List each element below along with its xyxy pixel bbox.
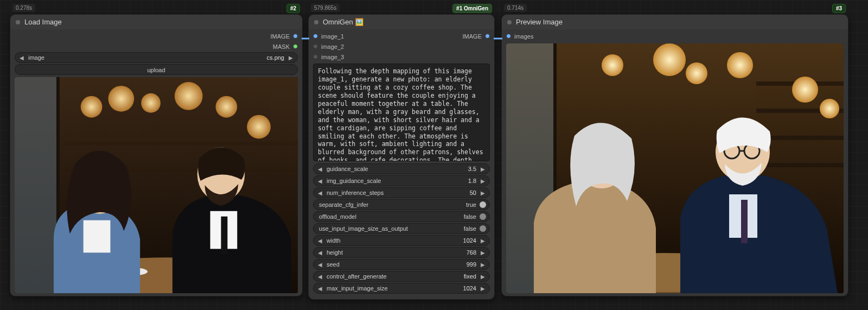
svg-point-7 bbox=[141, 93, 161, 113]
node-time-badge: 0.714s bbox=[504, 4, 527, 12]
chevron-left-icon[interactable]: ◀ bbox=[17, 55, 26, 61]
param-max_input_image_size[interactable]: ◀max_input_image_size1024▶ bbox=[313, 283, 490, 294]
chevron-right-icon[interactable]: ▶ bbox=[478, 250, 487, 256]
output-port-image[interactable]: IMAGE bbox=[269, 31, 300, 41]
node-id-badge: #1 OmniGen bbox=[452, 4, 492, 13]
svg-rect-1 bbox=[15, 77, 59, 293]
svg-point-10 bbox=[247, 115, 271, 139]
chevron-left-icon[interactable]: ◀ bbox=[316, 274, 324, 280]
svg-rect-3 bbox=[65, 142, 298, 145]
input-port-image-3[interactable]: image_3 bbox=[311, 52, 346, 61]
svg-rect-43 bbox=[741, 200, 748, 243]
svg-point-32 bbox=[727, 52, 753, 78]
node-time-badge: 579.865s bbox=[311, 4, 340, 12]
chevron-left-icon[interactable]: ◀ bbox=[316, 166, 324, 172]
input-port-images[interactable]: images bbox=[504, 31, 535, 41]
node-omnigen[interactable]: 579.865s #1 OmniGen OmniGen 🖼️ image_1 i… bbox=[308, 14, 495, 300]
output-image-preview[interactable] bbox=[506, 43, 844, 293]
chevron-left-icon[interactable]: ◀ bbox=[316, 286, 324, 292]
svg-rect-28 bbox=[756, 163, 844, 167]
param-height[interactable]: ◀height768▶ bbox=[313, 247, 490, 258]
param-guidance_scale[interactable]: ◀guidance_scale3.5▶ bbox=[313, 163, 490, 174]
param-use_input_image_size_as_output[interactable]: use_input_image_size_as_outputfalse bbox=[313, 223, 490, 234]
node-title: Load Image bbox=[24, 18, 62, 26]
chevron-right-icon[interactable]: ▶ bbox=[478, 262, 487, 268]
node-header[interactable]: Load Image bbox=[10, 15, 302, 29]
chevron-left-icon[interactable]: ◀ bbox=[316, 262, 324, 268]
svg-point-5 bbox=[81, 96, 103, 118]
chevron-left-icon[interactable]: ◀ bbox=[316, 178, 324, 184]
svg-point-33 bbox=[792, 77, 818, 103]
chevron-right-icon[interactable]: ▶ bbox=[286, 55, 295, 61]
chevron-right-icon[interactable]: ▶ bbox=[478, 238, 487, 244]
node-header[interactable]: OmniGen 🖼️ bbox=[309, 15, 494, 29]
svg-point-34 bbox=[820, 99, 839, 118]
toggle-knob-icon[interactable] bbox=[480, 225, 486, 232]
svg-rect-20 bbox=[221, 217, 227, 255]
node-time-badge: 0.278s bbox=[12, 4, 35, 12]
param-separate_cfg_infer[interactable]: separate_cfg_infertrue bbox=[313, 199, 490, 210]
svg-rect-17 bbox=[84, 220, 111, 253]
param-width[interactable]: ◀width1024▶ bbox=[313, 235, 490, 246]
chevron-left-icon[interactable]: ◀ bbox=[316, 190, 324, 196]
svg-point-9 bbox=[215, 96, 237, 118]
chevron-left-icon[interactable]: ◀ bbox=[316, 238, 324, 244]
param-img_guidance_scale[interactable]: ◀img_guidance_scale1.8▶ bbox=[313, 175, 490, 186]
output-port-image[interactable]: IMAGE bbox=[461, 31, 492, 41]
node-header[interactable]: Preview Image bbox=[502, 15, 848, 29]
toggle-knob-icon[interactable] bbox=[480, 213, 486, 220]
upload-button[interactable]: upload bbox=[15, 64, 298, 75]
svg-point-31 bbox=[686, 62, 707, 84]
collapse-dot-icon[interactable] bbox=[16, 20, 20, 24]
node-preview-image[interactable]: 0.714s #3 Preview Image images bbox=[501, 14, 848, 296]
param-offload_model[interactable]: offload_modelfalse bbox=[313, 211, 490, 222]
prompt-textarea[interactable]: Following the depth mapping of this imag… bbox=[313, 64, 490, 161]
input-port-image-2[interactable]: image_2 bbox=[311, 42, 346, 51]
param-num_inference_steps[interactable]: ◀num_inference_steps50▶ bbox=[313, 187, 490, 198]
svg-point-6 bbox=[108, 86, 134, 112]
chevron-right-icon[interactable]: ▶ bbox=[478, 190, 487, 196]
image-selector-combo[interactable]: ◀ image cs.png ▶ bbox=[15, 52, 298, 63]
input-image-preview[interactable] bbox=[15, 77, 298, 293]
node-title: Preview Image bbox=[516, 18, 563, 26]
collapse-dot-icon[interactable] bbox=[507, 20, 512, 24]
chevron-right-icon[interactable]: ▶ bbox=[478, 286, 487, 292]
node-load-image[interactable]: 0.278s #2 Load Image IMAGE MASK ◀ image … bbox=[10, 14, 303, 296]
collapse-dot-icon[interactable] bbox=[314, 20, 318, 24]
svg-point-30 bbox=[653, 43, 686, 76]
chevron-right-icon[interactable]: ▶ bbox=[478, 178, 487, 184]
node-id-badge: #2 bbox=[286, 4, 300, 13]
svg-point-8 bbox=[175, 82, 203, 110]
svg-point-29 bbox=[602, 54, 623, 76]
node-title: OmniGen 🖼️ bbox=[323, 18, 363, 26]
param-seed[interactable]: ◀seed999▶ bbox=[313, 259, 490, 270]
chevron-right-icon[interactable]: ▶ bbox=[478, 274, 487, 280]
output-port-mask[interactable]: MASK bbox=[271, 42, 300, 51]
input-port-image-1[interactable]: image_1 bbox=[311, 31, 346, 41]
node-id-badge: #3 bbox=[832, 4, 846, 13]
chevron-right-icon[interactable]: ▶ bbox=[478, 166, 487, 172]
chevron-left-icon[interactable]: ◀ bbox=[316, 250, 324, 256]
toggle-knob-icon[interactable] bbox=[480, 201, 486, 208]
param-control_after_generate[interactable]: ◀control_after_generatefixed▶ bbox=[313, 271, 490, 282]
